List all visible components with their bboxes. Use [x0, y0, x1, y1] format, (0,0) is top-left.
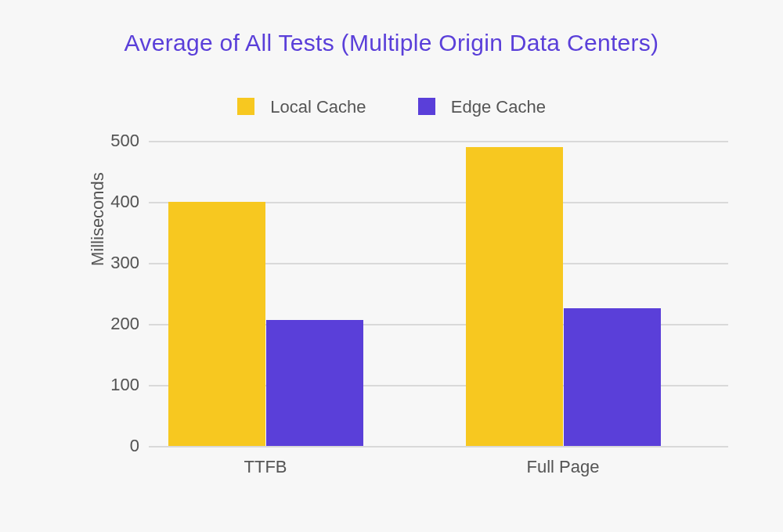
bar-fullpage-local: [466, 147, 563, 446]
ytick-0: 0: [92, 436, 139, 456]
legend-label-local: Local Cache: [270, 97, 366, 117]
chart-legend: Local Cache Edge Cache: [0, 97, 783, 117]
gridline-500: [149, 141, 728, 142]
bar-ttfb-edge: [266, 320, 363, 446]
gridline-0: [149, 446, 728, 448]
legend-swatch-edge: [418, 98, 435, 115]
ytick-200: 200: [92, 314, 139, 334]
legend-item-edge: Edge Cache: [418, 97, 546, 117]
bar-fullpage-edge: [564, 308, 661, 446]
legend-label-edge: Edge Cache: [451, 97, 546, 117]
ytick-500: 500: [92, 131, 139, 151]
ytick-300: 300: [92, 253, 139, 273]
legend-swatch-local: [237, 98, 254, 115]
chart-title: Average of All Tests (Multiple Origin Da…: [0, 30, 783, 56]
legend-item-local: Local Cache: [237, 97, 366, 117]
bar-ttfb-local: [168, 202, 265, 446]
ytick-400: 400: [92, 192, 139, 212]
plot-area: 500 400 300 200 100 0 TTFB Full Page: [149, 141, 728, 446]
xtick-fullpage: Full Page: [527, 457, 600, 477]
ytick-100: 100: [92, 375, 139, 395]
xtick-ttfb: TTFB: [244, 457, 287, 477]
